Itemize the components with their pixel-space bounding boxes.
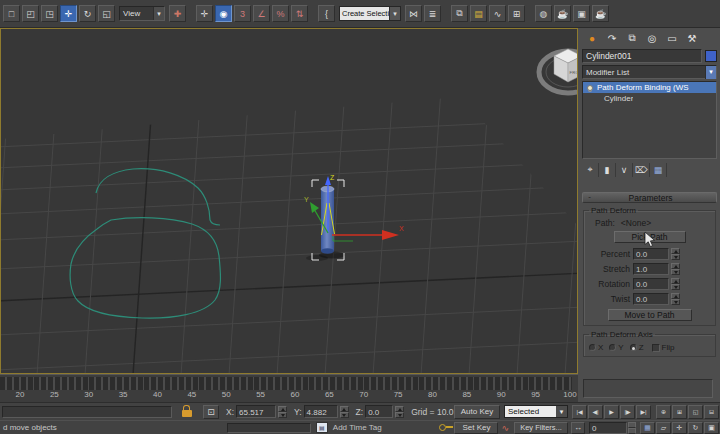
stack-item-path-deform-binding[interactable]: Path Deform Binding (WS — [583, 82, 716, 93]
schematic-view-icon[interactable]: ⊞ — [508, 5, 525, 22]
collapse-icon[interactable]: - — [585, 193, 594, 202]
next-frame-button[interactable]: |▶ — [620, 405, 635, 419]
tab-create[interactable]: ● — [582, 31, 602, 46]
tab-motion[interactable]: ◎ — [642, 31, 662, 46]
zoom-region-icon[interactable]: ▱ — [656, 422, 671, 434]
new-key-curve-icon[interactable]: ∿ — [501, 423, 509, 433]
selection-lock-icon[interactable] — [182, 410, 192, 417]
spinner-value-field[interactable]: 0.0 — [633, 248, 669, 260]
key-selection-dropdown[interactable]: Selected ▾ — [504, 405, 568, 418]
go-to-end-button[interactable]: ▶| — [636, 405, 651, 419]
move-to-path-button[interactable]: Move to Path — [608, 309, 692, 321]
remove-modifier-icon[interactable]: ⌦ — [633, 163, 650, 177]
axis-z-radio[interactable]: Z — [630, 343, 644, 352]
radio-icon[interactable] — [630, 344, 637, 351]
align-icon[interactable]: ≣ — [424, 5, 441, 22]
rectangular-selection-region-icon[interactable]: ◰ — [22, 5, 39, 22]
render-production-icon[interactable]: ☕ — [592, 5, 609, 22]
material-editor-icon[interactable]: ◍ — [535, 5, 552, 22]
spinner-arrows[interactable] — [278, 406, 287, 418]
snaps-toggle-icon[interactable]: ◉ — [215, 5, 232, 22]
modifier-enabled-bulb-icon[interactable] — [587, 85, 593, 91]
add-time-tag-label[interactable]: Add Time Tag — [333, 423, 382, 432]
tab-modify[interactable]: ↷ — [602, 31, 622, 46]
z-coord-field[interactable]: 0.0 — [365, 405, 393, 418]
pick-path-button[interactable]: Pick Path — [614, 231, 686, 243]
radio-icon[interactable] — [609, 344, 616, 351]
configure-modifier-sets-icon[interactable]: ▦ — [650, 163, 667, 177]
make-unique-icon[interactable]: ∨ — [616, 163, 633, 177]
current-frame-field[interactable]: 0 — [589, 422, 627, 434]
macro-recorder-field[interactable] — [2, 406, 172, 418]
flip-checkbox[interactable]: Flip — [652, 343, 675, 352]
axis-y-radio[interactable]: Y — [609, 343, 623, 352]
spinner-arrows[interactable] — [395, 406, 404, 418]
keyboard-shortcut-override-icon[interactable]: ✛ — [196, 5, 213, 22]
show-end-result-icon[interactable]: ▮ — [599, 163, 616, 177]
window-crossing-icon[interactable]: ◳ — [41, 5, 58, 22]
auto-key-button[interactable]: Auto Key — [454, 405, 500, 419]
reference-coordinate-dropdown[interactable]: View ▾ — [119, 6, 165, 21]
chevron-down-icon[interactable]: ▾ — [705, 66, 716, 79]
select-object-icon[interactable]: □ — [3, 5, 20, 22]
spinner-arrows[interactable] — [671, 248, 680, 260]
parameters-rollout-header[interactable]: - Parameters — [582, 192, 717, 203]
checkbox-icon[interactable] — [652, 344, 660, 352]
key-mode-toggle[interactable]: ↔ — [571, 422, 585, 434]
go-to-start-button[interactable]: |◀ — [572, 405, 587, 419]
spinner-arrows[interactable] — [628, 422, 636, 434]
select-and-move-icon[interactable]: ✛ — [60, 5, 77, 22]
x-coord-field[interactable]: 65.517 — [236, 405, 276, 418]
layer-manager-icon[interactable]: ⧉ — [451, 5, 468, 22]
curve-editor-icon[interactable]: ∿ — [489, 5, 506, 22]
stack-item-cylinder[interactable]: Cylinder — [583, 93, 716, 104]
rendered-frame-window-icon[interactable]: ▣ — [573, 5, 590, 22]
select-and-scale-icon[interactable]: ◱ — [98, 5, 115, 22]
spinner-snap-icon[interactable]: ⇅ — [291, 5, 308, 22]
object-name-field[interactable]: Cylinder001 — [582, 49, 702, 63]
spinner-value-field[interactable]: 1.0 — [633, 263, 669, 275]
zoom-extents-icon[interactable]: ◱ — [688, 405, 703, 419]
chevron-down-icon[interactable]: ▾ — [556, 406, 567, 417]
percent-snap-icon[interactable]: % — [272, 5, 289, 22]
absolute-mode-icon[interactable]: ⊡ — [203, 405, 219, 419]
zoom-all-icon[interactable]: ⊞ — [672, 405, 687, 419]
time-tag-icon[interactable]: ▤ — [316, 422, 328, 433]
set-key-icon[interactable] — [439, 424, 454, 432]
move-gizmo[interactable]: Z Y X — [304, 174, 404, 241]
key-filters-button[interactable]: Key Filters... — [514, 422, 568, 434]
perspective-viewport[interactable]: Z Y X FRONT — [0, 28, 578, 374]
selection-set-combo[interactable]: Create Selection Se ▾ — [339, 6, 401, 21]
select-and-manipulate-icon[interactable]: ✚ — [169, 5, 186, 22]
spinner-arrows[interactable] — [671, 263, 680, 275]
play-button[interactable]: ▶ — [604, 405, 619, 419]
chevron-down-icon[interactable]: ▾ — [153, 7, 164, 20]
named-selection-sets-icon[interactable]: { — [318, 5, 335, 22]
track-bar[interactable]: 20253035404550556065707580859095100 — [0, 374, 578, 402]
viewcube[interactable]: FRONT — [539, 49, 577, 93]
spinner-value-field[interactable]: 0.0 — [633, 293, 669, 305]
mirror-icon[interactable]: ⋈ — [405, 5, 422, 22]
radio-icon[interactable] — [589, 344, 596, 351]
spinner-arrows[interactable] — [340, 406, 349, 418]
maximize-viewport-icon[interactable]: ▣ — [704, 422, 719, 434]
previous-frame-button[interactable]: ◀| — [588, 405, 603, 419]
pan-icon[interactable]: ✛ — [672, 422, 687, 434]
axis-x-radio[interactable]: X — [589, 343, 603, 352]
pin-stack-icon[interactable]: ⌖ — [582, 163, 599, 177]
timeline-ruler[interactable]: 20253035404550556065707580859095100 — [0, 375, 572, 403]
orbit-icon[interactable]: ↻ — [688, 422, 703, 434]
tab-hierarchy[interactable]: ⧉ — [622, 31, 642, 46]
spinner-arrows[interactable] — [671, 293, 680, 305]
time-configuration-icon[interactable]: ▦ — [640, 422, 655, 434]
set-key-button[interactable]: Set Key — [454, 422, 498, 434]
angle-snap-icon[interactable]: ∠ — [253, 5, 270, 22]
spinner-value-field[interactable]: 0.0 — [633, 278, 669, 290]
zoom-extents-all-icon[interactable]: ⊟ — [704, 405, 719, 419]
tab-utilities[interactable]: ⚒ — [682, 31, 702, 46]
object-color-swatch[interactable] — [705, 50, 717, 62]
zoom-icon[interactable]: ⊕ — [656, 405, 671, 419]
select-and-rotate-icon[interactable]: ↻ — [79, 5, 96, 22]
snap-3d-icon[interactable]: 3 — [234, 5, 251, 22]
spinner-arrows[interactable] — [671, 278, 680, 290]
